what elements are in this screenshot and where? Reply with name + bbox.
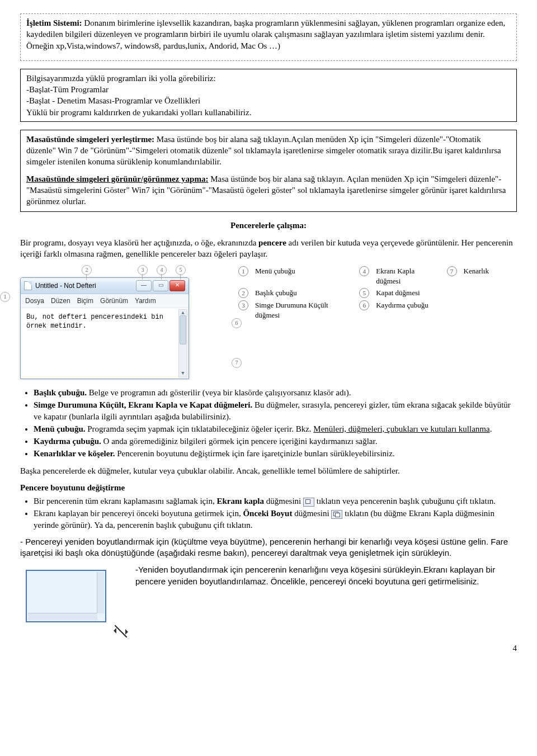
- table-row: 1 Menü çubuğu 4 Ekranı Kapla düğmesi 7 K…: [235, 265, 492, 287]
- di-p2-lead: Masaüstünde simgeleri görünür/görünmez y…: [26, 174, 208, 183]
- scroll-thumb[interactable]: [180, 315, 186, 344]
- body-line1: Bu, not defteri penceresindeki bin: [26, 313, 183, 322]
- legend-4-text: Ekranı Kapla düğmesi: [373, 265, 443, 287]
- ip-l2: -Başlat-Tüm Programlar: [26, 84, 511, 95]
- callout-5: 5: [176, 265, 186, 275]
- legend-table: 1 Menü çubuğu 4 Ekranı Kapla düğmesi 7 K…: [235, 265, 492, 321]
- page-number: 4: [20, 642, 517, 654]
- scroll-down-icon[interactable]: ▼: [180, 370, 186, 377]
- legend-6-num: 6: [359, 300, 369, 310]
- top-callouts: 2 3 4 5: [20, 265, 222, 276]
- r1-b: Ekranı kapla: [216, 497, 264, 505]
- os-def-paragraph: İşletim Sistemi: Donanım birimlerine işl…: [26, 17, 511, 51]
- callout-7: 7: [232, 358, 242, 368]
- list-item: Kaydırma çubuğu. O anda göremediğiniz bi…: [34, 436, 517, 447]
- corner-scroll-v[interactable]: [97, 572, 104, 613]
- di-p2: Masaüstünde simgeleri görünür/görünmez y…: [26, 173, 511, 207]
- list-item: Ekranı kaplayan bir pencereyi önceki boy…: [34, 508, 517, 531]
- callout-6: 6: [232, 318, 242, 328]
- notepad-titlebar[interactable]: Untitled - Not Defteri — ▭ ✕: [21, 278, 189, 294]
- notepad-menubar[interactable]: Dosya Düzen Biçim Görünüm Yardım: [21, 294, 189, 308]
- r1-d: tıklatın veya pencerenin başlık çubuğunu…: [314, 497, 496, 505]
- box-os-definition: İşletim Sistemi: Donanım birimlerine işl…: [20, 13, 517, 61]
- di-p1: Masaüstünde simgeleri yerleştirme: Masa …: [26, 134, 511, 168]
- after-bullets: Başka pencerelerde ek düğmeler, kutular …: [20, 465, 517, 476]
- callout-4: 4: [157, 265, 167, 275]
- legend-7-text: Kenarlık: [460, 265, 493, 287]
- b2-lead: Simge Durumuna Küçült, Ekranı Kapla ve K…: [34, 400, 252, 409]
- list-item: Kenarlıklar ve köşeler. Pencerenin boyut…: [34, 448, 517, 459]
- notepad-icon: [24, 281, 32, 290]
- menu-yardim[interactable]: Yardım: [135, 296, 156, 305]
- r1-a: Bir pencerenin tüm ekranı kaplamasını sa…: [34, 497, 216, 505]
- r2-a: Ekranı kaplayan bir pencereyi önceki boy…: [34, 509, 243, 518]
- table-row: 3 Simge Durumuna Küçült düğmesi 6 Kaydır…: [235, 299, 492, 321]
- drag-paragraph: - Pencereyi yeniden boyutlandırmak için …: [20, 536, 517, 559]
- figure-left: 2 3 4 5 1 Untitled - Not Defteri: [20, 265, 222, 379]
- minimize-button[interactable]: —: [136, 280, 152, 291]
- list-item: Başlık çubuğu. Belge ve programın adı gö…: [34, 387, 517, 398]
- di-p1-lead: Masaüstünde simgeleri yerleştirme:: [26, 135, 154, 144]
- os-def-text: Donanım birimlerine işlevsellik kazandır…: [26, 18, 505, 50]
- legend-5-text: Kapat düğmesi: [373, 287, 443, 299]
- drag-right-text: -Yeniden boyutlandırmak için pencerenin …: [135, 564, 517, 587]
- b5-lead: Kenarlıklar ve köşeler.: [34, 449, 115, 458]
- list-item: Simge Durumuna Küçült, Ekranı Kapla ve K…: [34, 399, 517, 422]
- menu-bicim[interactable]: Biçim: [77, 296, 93, 305]
- b5-text: Pencerenin boyutunu değiştirmek için far…: [115, 449, 394, 458]
- callout-2: 2: [82, 265, 92, 275]
- r1-c: düğmesini: [264, 497, 303, 505]
- restore-icon: [331, 510, 342, 519]
- b3-text-a: Programda seçim yapmak için tıklatabilec…: [86, 424, 314, 433]
- menu-duzen[interactable]: Düzen: [51, 296, 70, 305]
- window-parts-list: Başlık çubuğu. Belge ve programın adı gö…: [20, 387, 517, 460]
- list-item: Bir pencerenin tüm ekranı kaplamasını sa…: [34, 495, 517, 507]
- legend-3-text: Simge Durumuna Küçült düğmesi: [252, 299, 356, 321]
- corner-demo: [20, 564, 121, 631]
- corner-window: [26, 570, 106, 622]
- b4-lead: Kaydırma çubuğu.: [34, 437, 101, 446]
- maximize-button[interactable]: ▭: [153, 280, 168, 291]
- legend-4-num: 4: [359, 266, 369, 276]
- r2-c: düğmesini: [292, 509, 331, 518]
- ip-l3: -Başlat - Denetim Masası-Programlar ve Ö…: [26, 95, 511, 106]
- b3-link[interactable]: Menüleri, düğmeleri, çubukları ve kutula…: [313, 424, 489, 433]
- legend-7-num: 7: [447, 266, 457, 276]
- notepad-body[interactable]: Bu, not defteri penceresindeki bin örnek…: [21, 308, 189, 379]
- figure-row: 2 3 4 5 1 Untitled - Not Defteri: [20, 265, 517, 379]
- b3-lead: Menü çubuğu.: [34, 424, 86, 433]
- notepad-window: Untitled - Not Defteri — ▭ ✕ Dosya Düzen…: [20, 277, 189, 379]
- os-def-lead: İşletim Sistemi:: [26, 18, 82, 27]
- close-button[interactable]: ✕: [169, 280, 185, 291]
- notepad-title-text: Untitled - Not Defteri: [35, 281, 96, 290]
- pencere-header: Pencerelerle çalışma:: [20, 220, 517, 231]
- b3-dot: .: [490, 424, 492, 433]
- ip-l1: Bilgisayarımızda yüklü programları iki y…: [26, 73, 511, 84]
- resize-list: Bir pencerenin tüm ekranı kaplamasını sa…: [20, 495, 517, 531]
- table-row: 2 Başlık çubuğu 5 Kapat düğmesi: [235, 287, 492, 299]
- box-desktop-icons: Masaüstünde simgeleri yerleştirme: Masa …: [20, 130, 517, 212]
- b4-text: O anda göremediğiniz bilgileri görmek iç…: [101, 437, 378, 446]
- list-item: Menü çubuğu. Programda seçim yapmak için…: [34, 423, 517, 434]
- legend-6-text: Kaydırma çubuğu: [373, 299, 443, 321]
- legend-2-text: Başlık çubuğu: [252, 287, 356, 299]
- b1-text: Belge ve programın adı gösterilir (veya …: [87, 388, 351, 397]
- pencere-intro: Bir programı, dosyayı veya klasörü her a…: [20, 237, 517, 260]
- menu-dosya[interactable]: Dosya: [25, 296, 44, 305]
- notepad-wrapper: 2 3 4 5 1 Untitled - Not Defteri: [20, 265, 222, 379]
- maximize-icon: [303, 498, 314, 507]
- corner-scroll-h[interactable]: [28, 613, 97, 620]
- corner-row: -Yeniden boyutlandırmak için pencerenin …: [20, 564, 517, 631]
- menu-gorunum[interactable]: Görünüm: [100, 296, 128, 305]
- box-installed-programs: Bilgisayarımızda yüklü programları iki y…: [20, 69, 517, 122]
- r2-b: Önceki Boyut: [243, 509, 292, 518]
- scrollbar-vertical[interactable]: ▲ ▼: [178, 309, 187, 377]
- pi-b: pencere: [258, 238, 286, 247]
- body-line2: örnek metindir.: [26, 322, 183, 330]
- figure-legend: 1 Menü çubuğu 4 Ekranı Kapla düğmesi 7 K…: [235, 265, 492, 321]
- resize-cursor-icon: [111, 621, 131, 641]
- legend-2-num: 2: [238, 288, 248, 298]
- resize-header: Pencere boyutunu değiştirme: [20, 482, 517, 493]
- legend-1-num: 1: [238, 266, 248, 276]
- legend-5-num: 5: [359, 288, 369, 298]
